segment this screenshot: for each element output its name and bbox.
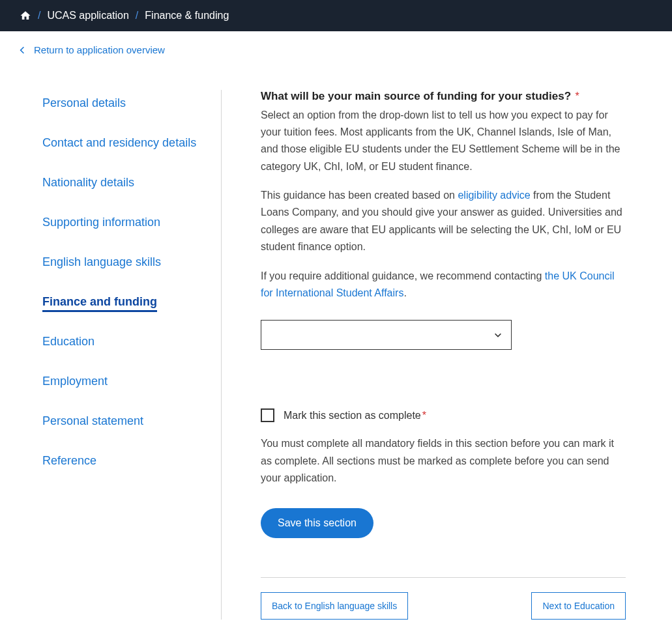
- sidebar-item-label: Employment: [42, 375, 108, 388]
- complete-checkbox-row: Mark this section as complete*: [261, 408, 626, 422]
- sidebar-item-reference[interactable]: Reference: [20, 448, 208, 474]
- help-text-segment: .: [403, 287, 406, 298]
- sidebar-item-personal-details[interactable]: Personal details: [20, 90, 208, 117]
- sidebar-item-label: Personal statement: [42, 414, 143, 427]
- sidebar-item-supporting-info[interactable]: Supporting information: [20, 209, 208, 236]
- funding-source-select[interactable]: [261, 320, 512, 350]
- sidebar-item-label: Reference: [42, 454, 96, 467]
- sidebar-item-label: Finance and funding: [42, 295, 157, 312]
- sidebar-item-label: Supporting information: [42, 216, 160, 229]
- sidebar-item-label: Contact and residency details: [42, 136, 196, 149]
- sidebar-item-employment[interactable]: Employment: [20, 368, 208, 395]
- sidebar-item-english-skills[interactable]: English language skills: [20, 249, 208, 276]
- funding-select-wrap: [261, 320, 512, 350]
- sidebar-item-label: Personal details: [42, 96, 126, 109]
- back-link-bar: Return to application overview: [0, 31, 672, 57]
- mark-complete-checkbox[interactable]: [261, 408, 274, 422]
- back-link-label: Return to application overview: [34, 44, 165, 55]
- checkbox-label-text: Mark this section as complete: [284, 410, 421, 421]
- help-text-segment: If you require additional guidance, we r…: [261, 270, 545, 281]
- home-icon[interactable]: [20, 10, 31, 21]
- sidebar-item-nationality[interactable]: Nationality details: [20, 169, 208, 196]
- back-section-button[interactable]: Back to English language skills: [261, 592, 408, 620]
- question-help-2: This guidance has been created based on …: [261, 187, 626, 256]
- sidebar-item-personal-statement[interactable]: Personal statement: [20, 408, 208, 435]
- sidebar-item-finance-funding[interactable]: Finance and funding: [20, 289, 208, 315]
- complete-section: Mark this section as complete* You must …: [261, 408, 626, 537]
- question-block: What will be your main source of funding…: [261, 90, 626, 350]
- return-to-overview-link[interactable]: Return to application overview: [20, 44, 165, 55]
- required-marker: *: [575, 91, 579, 102]
- sidebar-item-label: Nationality details: [42, 176, 134, 189]
- chevron-left-icon: [20, 46, 25, 55]
- section-nav-footer: Back to English language skills Next to …: [261, 577, 626, 620]
- main-layout: Personal details Contact and residency d…: [0, 57, 672, 644]
- form-content: What will be your main source of funding…: [222, 90, 639, 620]
- breadcrumb-separator: /: [136, 10, 138, 21]
- sidebar-item-label: Education: [42, 335, 95, 348]
- mark-complete-label: Mark this section as complete*: [284, 410, 426, 422]
- question-help-3: If you require additional guidance, we r…: [261, 268, 626, 302]
- help-text-segment: This guidance has been created based on: [261, 190, 458, 201]
- sidebar-item-label: English language skills: [42, 255, 161, 268]
- question-help-1: Select an option from the drop-down list…: [261, 107, 626, 176]
- next-section-button[interactable]: Next to Education: [531, 592, 626, 620]
- breadcrumb-item-current: Finance & funding: [145, 10, 229, 21]
- required-marker: *: [422, 410, 426, 421]
- breadcrumb-bar: / UCAS application / Finance & funding: [0, 0, 672, 31]
- complete-help-text: You must complete all mandatory fields i…: [261, 435, 626, 487]
- sidebar-item-contact-residency[interactable]: Contact and residency details: [20, 130, 208, 156]
- breadcrumb-item-app[interactable]: UCAS application: [47, 10, 128, 21]
- eligibility-advice-link[interactable]: eligibility advice: [458, 190, 530, 201]
- sidebar-item-education[interactable]: Education: [20, 328, 208, 355]
- breadcrumb-separator: /: [38, 10, 40, 21]
- save-section-button[interactable]: Save this section: [261, 508, 373, 538]
- section-nav: Personal details Contact and residency d…: [20, 90, 222, 620]
- question-label: What will be your main source of funding…: [261, 90, 571, 102]
